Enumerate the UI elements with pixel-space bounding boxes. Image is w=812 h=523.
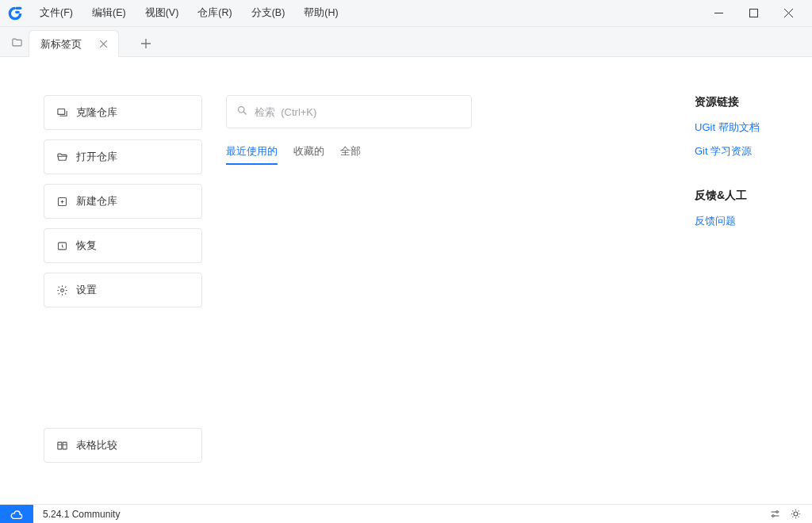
svg-rect-0 [15,6,21,9]
restore-button[interactable]: 恢复 [44,228,202,263]
clone-label: 克隆仓库 [76,105,117,120]
svg-rect-3 [57,109,64,114]
window-minimize[interactable] [701,0,736,27]
filter-favorites[interactable]: 收藏的 [293,144,324,165]
svg-rect-8 [63,442,67,449]
cloud-status[interactable] [0,505,33,523]
filter-recent[interactable]: 最近使用的 [226,144,278,165]
svg-point-12 [794,512,798,516]
main-content: 克隆仓库 打开仓库 新建仓库 恢复 设置 [0,57,812,504]
close-icon[interactable] [96,37,110,52]
window-close[interactable] [771,0,806,27]
window-controls [701,0,806,27]
new-repo-button[interactable]: 新建仓库 [44,184,202,219]
settings-button[interactable]: 设置 [44,273,202,307]
app-logo [6,5,24,22]
menu-edit[interactable]: 编辑(E) [84,3,134,23]
right-sidebar: 资源链接 UGit 帮助文档 Git 学习资源 反馈&人工 反馈问题 [695,95,790,504]
gear-icon [56,284,68,296]
new-repo-icon [56,195,68,208]
left-actions: 克隆仓库 打开仓库 新建仓库 恢复 设置 [44,95,202,504]
search-box[interactable] [226,95,472,128]
menu-items: 文件(F) 编辑(E) 视图(V) 仓库(R) 分支(B) 帮助(H) [32,3,347,23]
link-feedback[interactable]: 反馈问题 [695,214,782,228]
new-label: 新建仓库 [76,194,117,208]
feedback-heading: 反馈&人工 [695,189,782,203]
svg-point-10 [776,511,778,513]
tab-add-button[interactable] [133,31,159,56]
svg-rect-7 [57,442,61,449]
table-compare-button[interactable]: 表格比较 [44,428,202,463]
menu-bar: 文件(F) 编辑(E) 视图(V) 仓库(R) 分支(B) 帮助(H) [0,0,812,27]
status-right [768,507,812,521]
settings-sliders-icon[interactable] [768,507,782,521]
open-repo-button[interactable]: 打开仓库 [44,139,202,174]
search-icon [236,105,248,119]
clone-repo-button[interactable]: 克隆仓库 [44,95,202,130]
link-help-docs[interactable]: UGit 帮助文档 [695,120,782,135]
filter-tabs: 最近使用的 收藏的 全部 [226,144,607,165]
svg-rect-1 [15,10,20,13]
resources-heading: 资源链接 [695,95,782,109]
tab-new[interactable]: 新标签页 [29,30,119,57]
menu-branch[interactable]: 分支(B) [243,3,293,23]
filter-all[interactable]: 全部 [340,144,361,165]
menu-file[interactable]: 文件(F) [32,3,81,23]
menu-repo[interactable]: 仓库(R) [190,3,239,23]
menu-view[interactable]: 视图(V) [137,3,187,23]
theme-sun-icon[interactable] [788,507,802,521]
tab-bar: 新标签页 [0,27,812,57]
window-maximize[interactable] [736,0,771,27]
clone-icon [56,106,68,119]
svg-point-11 [772,515,774,517]
center-content: 最近使用的 收藏的 全部 [226,95,607,504]
open-label: 打开仓库 [76,150,117,164]
version-text: 5.24.1 Community [43,509,120,520]
restore-label: 恢复 [76,239,97,253]
svg-point-6 [60,288,63,292]
tab-label: 新标签页 [40,37,82,52]
folder-open-icon [56,151,68,163]
svg-point-9 [239,107,245,113]
menu-help[interactable]: 帮助(H) [296,3,346,23]
table-compare-icon [56,439,68,452]
restore-icon [56,239,68,252]
compare-label: 表格比较 [76,438,117,452]
search-input[interactable] [255,106,462,118]
tabbar-leading-icon[interactable] [5,28,29,56]
settings-label: 设置 [76,283,97,297]
link-git-learn[interactable]: Git 学习资源 [695,144,782,158]
svg-rect-2 [749,10,757,17]
status-bar: 5.24.1 Community [0,504,812,523]
